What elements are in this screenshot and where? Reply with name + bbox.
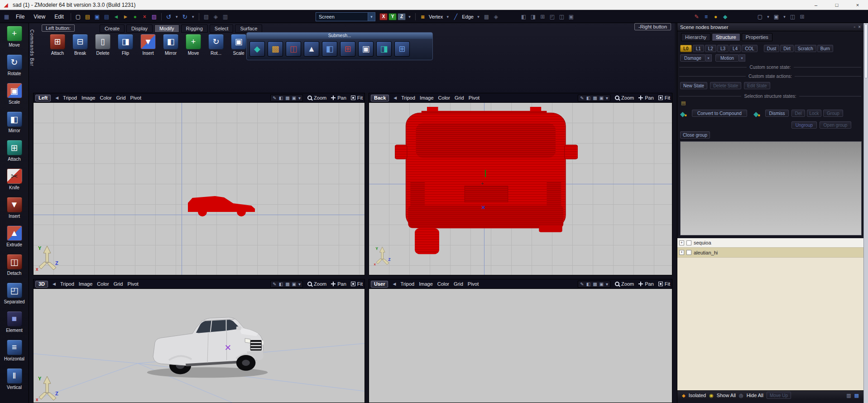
pencil-icon[interactable]: ✎ <box>692 12 701 21</box>
lod-l0-button[interactable]: L0 <box>680 45 692 52</box>
chevron-down-icon[interactable]: ▾ <box>782 12 787 21</box>
transform-icon[interactable]: ◨ <box>529 12 537 21</box>
tex-icon[interactable]: ▣ <box>599 282 604 287</box>
edge-mode-button[interactable]: Edge <box>462 14 474 19</box>
grid-view-icon[interactable]: ▩ <box>854 393 859 398</box>
submesh-flip-icon[interactable]: ◨ <box>376 41 392 57</box>
undo-dropdown-icon[interactable]: ▾ <box>174 12 180 21</box>
submesh-title[interactable]: Submesh... <box>247 33 432 39</box>
import-icon[interactable]: ◄ <box>112 12 120 21</box>
viewport-canvas-left[interactable]: Y Z x <box>34 103 364 275</box>
viewport-name-button[interactable]: 3D <box>35 281 48 288</box>
tex-icon[interactable]: ▣ <box>292 96 296 101</box>
pan-button[interactable]: Pan <box>331 281 346 287</box>
chevron-down-icon[interactable]: ▾ <box>606 96 608 101</box>
layer-dirt-button[interactable]: Dirt <box>780 45 794 52</box>
fit-button[interactable]: Fit <box>351 95 363 101</box>
vertex-mode-button[interactable]: Vertex <box>429 14 443 19</box>
ungroup-button[interactable]: Ungroup <box>791 121 817 129</box>
panel-scrollbar[interactable] <box>863 23 868 403</box>
toolbar-icon[interactable]: ◈ <box>211 12 220 21</box>
cube-icon[interactable]: ◆ <box>721 12 729 21</box>
palette-icon[interactable]: ▨ <box>150 12 158 21</box>
chevron-down-icon[interactable]: ▾ <box>606 282 608 287</box>
open-folder-icon[interactable]: ▤ <box>83 12 92 21</box>
redo-dropdown-icon[interactable]: ▾ <box>190 12 196 21</box>
menu-edit[interactable]: Edit <box>50 10 68 23</box>
menu-pivot[interactable]: Pivot <box>127 281 138 287</box>
layer-burn-button[interactable]: Burn <box>817 45 833 52</box>
transform-icon[interactable]: ◧ <box>519 12 528 21</box>
expand-icon[interactable]: + <box>679 250 684 255</box>
tab-display[interactable]: Display <box>126 24 153 33</box>
close-button[interactable]: × <box>847 0 868 10</box>
viewport-canvas-user[interactable] <box>369 289 672 403</box>
scene-node-row[interactable]: + sequioa <box>677 238 863 248</box>
menu-tripod[interactable]: Tripod <box>401 95 415 101</box>
menu-pivot[interactable]: Pivot <box>468 281 479 287</box>
tool-attach[interactable]: ⊞ Attach <box>0 137 29 166</box>
pan-button[interactable]: Pan <box>331 95 346 101</box>
lock-button[interactable]: Lock <box>807 110 821 117</box>
submesh-brush-icon[interactable]: ▩ <box>268 41 283 57</box>
pencil-icon[interactable]: ✎ <box>580 96 584 101</box>
toolbar-icon[interactable]: ▩ <box>482 12 491 21</box>
axis-x-button[interactable]: X <box>379 13 388 20</box>
cmd-flip-button[interactable]: ◨ Flip <box>114 34 137 56</box>
submesh-box-icon[interactable]: ▣ <box>358 41 374 57</box>
lines-icon[interactable]: ≡ <box>702 12 710 21</box>
tool-insert[interactable]: ▼ Insert <box>0 194 29 223</box>
tex-icon[interactable]: ▣ <box>599 96 604 101</box>
menu-color[interactable]: Color <box>100 95 111 101</box>
export-icon[interactable]: ► <box>121 12 130 21</box>
tool-knife[interactable]: ✂ Knife <box>0 166 29 194</box>
axis-y-button[interactable]: Y <box>388 13 397 20</box>
tab-hierarchy[interactable]: Hierarchy <box>681 33 710 41</box>
pan-button[interactable]: Pan <box>638 281 654 287</box>
viewport-name-button[interactable]: Back <box>371 95 389 101</box>
tab-structure[interactable]: Structure <box>712 33 740 41</box>
menu-view[interactable]: View <box>29 10 50 23</box>
close-group-button[interactable]: Close group <box>680 131 710 139</box>
wire-icon[interactable]: ▩ <box>593 96 597 101</box>
menu-color[interactable]: Color <box>97 281 109 287</box>
viewport-name-button[interactable]: User <box>371 281 388 288</box>
show-all-button[interactable]: Show All <box>717 393 736 398</box>
chevron-down-icon[interactable]: ▾ <box>765 12 771 21</box>
undo-icon[interactable]: ↺ <box>164 12 173 21</box>
menu-tripod[interactable]: Tripod <box>400 281 414 287</box>
cmd-attach-button[interactable]: ⊞ Attach <box>46 34 69 56</box>
box-tool-icon[interactable]: ▢ <box>756 12 764 21</box>
submesh-extrude-icon[interactable]: ▲ <box>304 41 319 57</box>
axis-z-button[interactable]: Z <box>398 13 406 20</box>
transform-icon[interactable]: ◫ <box>557 12 566 21</box>
chevron-down-icon[interactable]: ▾ <box>298 282 301 287</box>
cmd-break-button[interactable]: ⊟ Break <box>69 34 91 56</box>
move-up-button[interactable]: Move Up <box>767 392 791 399</box>
menu-grid[interactable]: Grid <box>454 281 463 287</box>
toolbar-icon[interactable]: ▥ <box>221 12 230 21</box>
submesh-cube-icon[interactable]: ◆ <box>249 41 265 57</box>
wire-icon[interactable]: ▩ <box>285 96 289 101</box>
dot-icon[interactable]: ● <box>711 12 720 21</box>
layer-scratch-button[interactable]: Scratch <box>795 45 816 52</box>
tool-horizontal[interactable]: ≡ Horizontal <box>0 337 29 365</box>
tab-modify[interactable]: Modify <box>154 24 179 33</box>
box-tool-icon[interactable]: ⊞ <box>798 12 806 21</box>
box-tool-icon[interactable]: ▣ <box>772 12 781 21</box>
menu-color[interactable]: Color <box>437 281 449 287</box>
tab-surface[interactable]: Surface <box>235 24 262 33</box>
node-checkbox[interactable] <box>686 240 691 245</box>
save-all-icon[interactable]: ▤ <box>102 12 111 21</box>
isolated-button[interactable]: Isolated <box>689 393 706 398</box>
submesh-grid-icon[interactable]: ⊞ <box>394 41 410 57</box>
node-list-background[interactable] <box>677 258 863 390</box>
menu-tripod[interactable]: Tripod <box>63 95 77 101</box>
menu-file[interactable]: File <box>11 10 29 23</box>
group-button[interactable]: Group <box>823 110 843 117</box>
submesh-half-icon[interactable]: ◧ <box>322 41 337 57</box>
maximize-button[interactable]: □ <box>826 0 847 10</box>
tool-extrude[interactable]: ▲ Extrude <box>0 223 29 251</box>
shade-icon[interactable]: ◧ <box>279 282 283 287</box>
lod-l1-button[interactable]: L1 <box>693 45 704 52</box>
